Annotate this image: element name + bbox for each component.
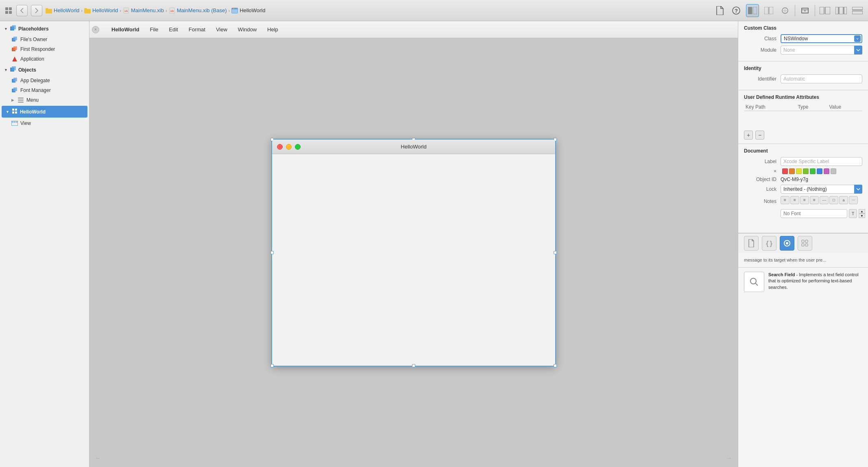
breadcrumb-item-helloworld2[interactable]: HelloWorld bbox=[84, 7, 118, 14]
swatch-red[interactable] bbox=[782, 168, 788, 174]
breadcrumb-item-mainmenu[interactable]: xib MainMenu.xib bbox=[123, 7, 164, 14]
label-row: Label bbox=[744, 157, 862, 166]
svg-rect-0 bbox=[5, 7, 8, 10]
lock-input[interactable] bbox=[781, 185, 862, 194]
svg-rect-51 bbox=[16, 121, 17, 123]
swatch-yellow[interactable] bbox=[796, 168, 802, 174]
col-keypath: Key Path bbox=[744, 103, 796, 111]
font-T-button[interactable]: T bbox=[849, 209, 857, 218]
sidebar-item-app-delegate[interactable]: App Delegate bbox=[0, 76, 89, 85]
breadcrumb-item-current[interactable]: HelloWorld bbox=[231, 7, 265, 14]
breadcrumb-item-helloworld1[interactable]: HelloWorld bbox=[46, 7, 79, 14]
identifier-input[interactable] bbox=[781, 74, 862, 83]
swatch-purple[interactable] bbox=[824, 168, 829, 174]
editor-icon-btn[interactable] bbox=[746, 4, 759, 17]
svg-rect-24 bbox=[839, 7, 843, 14]
notes-align-left[interactable]: ≡ bbox=[781, 196, 789, 204]
document-title: Document bbox=[744, 148, 862, 154]
notes-align-center[interactable]: ≡ bbox=[790, 196, 799, 204]
sidebar-section-objects[interactable]: ▼ Objects bbox=[0, 64, 89, 76]
xib-icon-2: xib bbox=[169, 7, 175, 14]
resize-handle-br[interactable] bbox=[554, 364, 557, 367]
canvas-menu-view[interactable]: View bbox=[211, 25, 232, 34]
layout1-icon-btn[interactable] bbox=[818, 4, 831, 17]
notes-border[interactable]: □ bbox=[829, 196, 838, 204]
section-icon-placeholders bbox=[10, 25, 16, 32]
add-remove-buttons: + − bbox=[744, 131, 862, 140]
lock-dropdown-arrow[interactable] bbox=[854, 185, 862, 194]
module-input[interactable] bbox=[781, 46, 862, 55]
notes-dash[interactable]: - - - bbox=[820, 196, 829, 204]
xib-icon: xib bbox=[123, 7, 129, 14]
notes-more[interactable]: ··· bbox=[849, 196, 858, 204]
notes-label: Notes bbox=[744, 199, 776, 204]
canvas-menu-help[interactable]: Help bbox=[262, 25, 283, 34]
font-stepper-down[interactable]: ▼ bbox=[859, 214, 865, 218]
close-traffic-light[interactable] bbox=[277, 144, 283, 150]
resize-handle-mr[interactable] bbox=[554, 251, 557, 254]
lock-label: Lock bbox=[744, 186, 776, 192]
add-tab-icon-btn[interactable]: + bbox=[798, 4, 811, 17]
svg-rect-38 bbox=[13, 78, 17, 81]
resize-handle-bl[interactable] bbox=[270, 364, 274, 367]
version-icon-btn[interactable] bbox=[779, 4, 792, 17]
swatch-blue[interactable] bbox=[817, 168, 822, 174]
svg-rect-26 bbox=[852, 7, 863, 10]
notes-text-style[interactable]: a bbox=[839, 196, 848, 204]
resize-handle-bc[interactable] bbox=[412, 364, 415, 367]
sidebar-item-application[interactable]: Application bbox=[0, 54, 89, 64]
add-attribute-button[interactable]: + bbox=[744, 131, 753, 140]
sidebar-item-menu[interactable]: ▶ Menu bbox=[0, 95, 89, 105]
layout2-icon-btn[interactable] bbox=[835, 4, 848, 17]
back-button[interactable] bbox=[16, 5, 28, 16]
maximize-traffic-light[interactable] bbox=[295, 144, 301, 150]
assistant-icon-btn[interactable] bbox=[762, 4, 775, 17]
svg-rect-36 bbox=[12, 66, 16, 70]
canvas-menu-window[interactable]: Window bbox=[233, 25, 262, 34]
canvas-menu-file[interactable]: File bbox=[145, 25, 163, 34]
font-input[interactable] bbox=[781, 209, 847, 218]
canvas-menu-helloworld[interactable]: HelloWorld bbox=[107, 25, 144, 34]
canvas-close-button[interactable]: × bbox=[92, 26, 99, 33]
layout3-icon-btn[interactable] bbox=[851, 4, 864, 17]
tab-grid[interactable] bbox=[798, 236, 812, 251]
folder-icon-2 bbox=[84, 7, 91, 14]
swatch-orange[interactable] bbox=[789, 168, 795, 174]
sidebar-section-helloworld[interactable]: ▼ HelloWorld bbox=[2, 106, 87, 118]
notes-align-right[interactable]: ≡ bbox=[800, 196, 809, 204]
sim-window-body[interactable] bbox=[272, 154, 555, 366]
canvas-menu-format[interactable]: Format bbox=[184, 25, 210, 34]
remove-attribute-button[interactable]: − bbox=[755, 131, 764, 140]
font-stepper: ▲ ▼ bbox=[859, 209, 865, 218]
module-dropdown-arrow[interactable] bbox=[854, 46, 862, 55]
svg-text:xib: xib bbox=[124, 10, 128, 12]
sidebar-item-label-menu: Menu bbox=[26, 97, 39, 103]
swatch-gray[interactable] bbox=[831, 168, 836, 174]
tab-circle[interactable] bbox=[780, 236, 794, 251]
sidebar-section-placeholders[interactable]: ▼ Placeholders bbox=[0, 23, 89, 35]
label-input[interactable] bbox=[781, 157, 862, 166]
file-icon-btn[interactable] bbox=[713, 4, 726, 17]
tab-braces[interactable]: {} bbox=[762, 236, 776, 251]
notes-align-justify[interactable]: ≡ bbox=[810, 196, 819, 204]
class-input[interactable] bbox=[781, 34, 862, 43]
grid-icon[interactable] bbox=[4, 6, 13, 15]
canvas-viewport[interactable]: HelloWorld ··· ··· bbox=[89, 38, 738, 467]
forward-button[interactable] bbox=[31, 5, 42, 16]
resize-handle-ml[interactable] bbox=[270, 251, 274, 254]
tab-file[interactable] bbox=[744, 236, 759, 251]
breadcrumb-item-mainmenu-base[interactable]: xib MainMenu.xib (Base) bbox=[169, 7, 227, 14]
sidebar-item-first-responder[interactable]: First Responder bbox=[0, 44, 89, 54]
svg-rect-45 bbox=[15, 109, 17, 111]
question-icon-btn[interactable]: ? bbox=[730, 4, 743, 17]
svg-rect-22 bbox=[825, 7, 830, 14]
sidebar-item-view[interactable]: View bbox=[0, 118, 89, 128]
font-stepper-up[interactable]: ▲ bbox=[859, 209, 865, 214]
swatch-green-yellow[interactable] bbox=[803, 168, 809, 174]
sidebar-item-font-manager[interactable]: Font Manager bbox=[0, 85, 89, 95]
swatch-green[interactable] bbox=[810, 168, 816, 174]
canvas-menu-items: HelloWorld File Edit Format View Window … bbox=[100, 25, 735, 34]
sidebar-item-files-owner[interactable]: File's Owner bbox=[0, 35, 89, 44]
canvas-menu-edit[interactable]: Edit bbox=[164, 25, 183, 34]
minimize-traffic-light[interactable] bbox=[286, 144, 292, 150]
